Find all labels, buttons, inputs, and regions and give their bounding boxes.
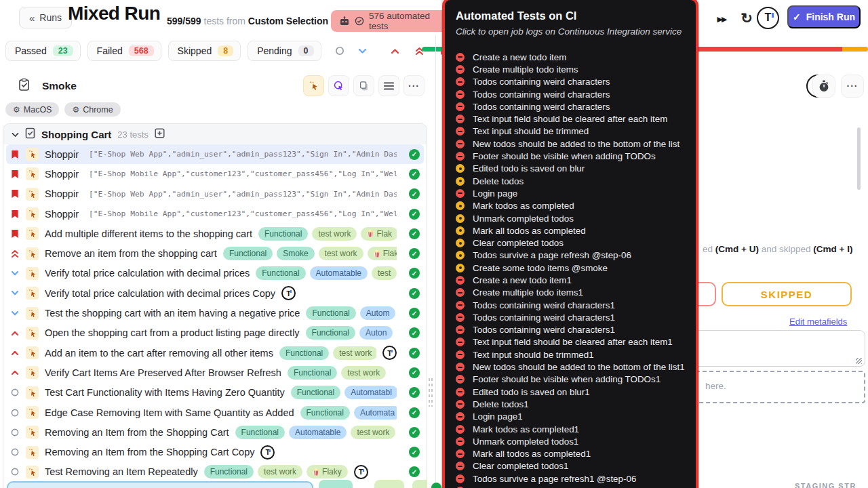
tooltip-test-item[interactable]: New todos should be added to the bottom … [456,361,685,373]
tag-pill[interactable]: Functional [279,346,329,360]
run-automated-button[interactable] [303,75,324,96]
tooltip-test-item[interactable]: Mark todos as completed1 [456,423,685,435]
partial-highlighted-row[interactable] [7,481,313,488]
run-with-runner-button[interactable] [328,75,349,96]
left-panel-scroll-handle[interactable] [428,377,433,407]
tag-pill[interactable]: test work [351,426,395,439]
tooltip-test-item[interactable]: Login page1 [456,411,685,423]
filter-passed[interactable]: Passed 23 [5,41,81,61]
test-row[interactable]: Shoppir["E-Shop Web App","admin_user","a… [6,144,424,164]
env-tag-chrome[interactable]: ⚙ Chrome [64,102,120,117]
test-row[interactable]: Test Cart Functionality with Items Havin… [3,383,427,403]
comment-textarea[interactable] [693,330,865,367]
automated-tests-tooltip[interactable]: Automated Tests on CI Click to open job … [442,0,698,488]
tooltip-test-item[interactable]: Todos survive a page refresh1 @step-06 [456,472,685,485]
testomat-logo-icon[interactable]: T [757,7,779,29]
env-tag-macos[interactable]: ⚙ MacOS [5,102,59,117]
test-row[interactable]: Verify total price calculation with deci… [3,264,427,283]
tag-pill[interactable]: test work [319,247,363,260]
test-row[interactable]: Shoppir["E-Shop Mobile App","customer123… [3,204,427,224]
test-row[interactable]: Removing an Item from the Shopping CartF… [3,422,427,442]
tooltip-test-item[interactable]: Mark all todos as completed1 [456,448,685,460]
tag-pill[interactable]: Flaky [307,465,348,479]
tag-pill[interactable]: Smoke [277,247,314,260]
tooltip-test-item[interactable]: Create multiple todo items1 [456,287,685,299]
stopwatch-button[interactable] [812,75,835,98]
tag-pill[interactable]: test work [312,227,357,241]
tag-pill[interactable]: test [372,266,397,280]
test-row[interactable]: Test the shopping cart with an item havi… [3,303,427,323]
tooltip-test-item[interactable]: Mark all todos as completed [456,224,685,237]
test-row[interactable]: Shoppir["E-Shop Mobile App","customer123… [3,164,427,184]
priority-filter-minor-icon[interactable] [358,48,368,54]
test-row[interactable]: Open the shopping cart from a product li… [3,323,427,343]
tooltip-test-item[interactable]: New todos should be added to the bottom … [456,138,685,150]
test-row[interactable]: Verify total price calculation with deci… [3,283,427,303]
tooltip-test-item[interactable]: Clear completed todos1 [456,460,685,472]
tag-pill[interactable]: Automata [354,406,397,420]
detail-more-button[interactable]: ··· [841,75,864,98]
tooltip-test-item[interactable]: Todos containing weird characters [456,100,685,113]
tag-pill[interactable]: Automatabl [344,386,397,399]
copy-button[interactable] [353,75,374,96]
test-row[interactable]: Verify Cart Items Are Preserved After Br… [3,363,427,382]
tag-pill[interactable]: Autom [360,306,396,320]
tooltip-test-item[interactable]: Unmark completed todos [456,212,685,224]
tooltip-test-item[interactable]: Text input should be trimmed [456,125,685,138]
tooltip-test-item[interactable]: Create some todo items1 @smoke [456,485,685,488]
tooltip-test-item[interactable]: Todos containing weird characters [456,76,685,88]
tooltip-test-item[interactable]: Create a new todo item1 [456,274,685,286]
timer-icon[interactable]: ↻ [738,8,755,28]
fast-forward-icon[interactable]: ▶▶ [713,11,730,27]
tooltip-test-item[interactable]: Create multiple todo items [456,63,685,75]
tooltip-test-item[interactable]: Todos survive a page refresh @step-06 [456,249,685,262]
tooltip-test-item[interactable]: Todos containing weird characters1 [456,324,685,336]
tooltip-test-item[interactable]: Footer should be visible when adding TOD… [456,373,685,386]
tooltip-test-item[interactable]: Clear completed todos [456,237,685,249]
tag-pill[interactable]: Functional [223,247,273,260]
test-row[interactable]: Remove an item from the shopping cartFun… [3,243,427,263]
tag-pill[interactable]: Functional [291,386,340,399]
filter-skipped[interactable]: Skipped 8 [168,41,241,61]
tooltip-test-item[interactable]: Create some todo items @smoke [456,262,685,274]
tag-pill[interactable]: Functional [306,306,355,320]
tag-pill[interactable]: Auton [359,326,393,340]
tooltip-test-item[interactable]: Mark todos as completed [456,200,685,212]
tooltip-test-item[interactable]: Todos containing weird characters1 [456,311,685,323]
tooltip-test-item[interactable]: Unmark completed todos1 [456,435,685,447]
tag-pill[interactable]: test work [258,465,302,479]
tag-pill[interactable]: Functional [258,227,308,241]
chevron-down-icon[interactable] [12,128,19,140]
tag-pill[interactable]: test work [341,366,386,380]
right-panel-scrollbar[interactable] [857,127,861,190]
edit-metafields-link[interactable]: Edit metafields [789,317,847,327]
tooltip-test-item[interactable]: Text input field should be cleared after… [456,113,685,125]
tooltip-test-item[interactable]: Edited todo is saved on blur [456,163,685,175]
tooltip-test-item[interactable]: Todos containing weird characters1 [456,299,685,311]
resize-handle-icon[interactable] [856,358,862,364]
filter-failed[interactable]: Failed 568 [87,41,161,61]
test-row[interactable]: Removing an Item from the Shopping Cart … [3,442,427,462]
tooltip-test-item[interactable]: Text input field should be cleared after… [456,336,685,348]
test-row[interactable]: Add multiple different items to the shop… [3,224,427,243]
list-view-button[interactable] [378,75,399,96]
back-to-runs-button[interactable]: « Runs [19,7,72,28]
test-row[interactable]: Shoppir["E-Shop Web App","admin_user","a… [3,184,427,204]
test-row[interactable]: Add an item to the cart after removing a… [3,343,427,363]
tooltip-test-item[interactable]: Login page [456,187,685,199]
tooltip-test-item[interactable]: Footer should be visible when adding TOD… [456,150,685,162]
tag-pill[interactable]: Functional [204,465,254,479]
tag-pill[interactable]: Automatable [289,426,347,439]
finish-run-button[interactable]: ✓ Finish Run [787,5,861,28]
test-row[interactable]: Edge Case Removing Item with Same Quanti… [3,403,427,422]
tag-pill[interactable]: Automatable [310,266,368,280]
tooltip-test-item[interactable]: Todos containing weird characters [456,88,685,100]
automated-tests-badge[interactable]: 576 automated tests [331,10,460,32]
tooltip-test-item[interactable]: Create a new todo item [456,51,685,63]
tooltip-test-item[interactable]: Edited todo is saved on blur1 [456,386,685,398]
priority-filter-none-icon[interactable] [335,46,344,56]
mark-skipped-button[interactable]: SKIPPED [722,282,852,306]
group-header[interactable]: Shopping Cart 23 tests [3,124,427,144]
tag-pill[interactable]: Functional [235,426,285,439]
priority-filter-high-icon[interactable] [391,48,400,54]
